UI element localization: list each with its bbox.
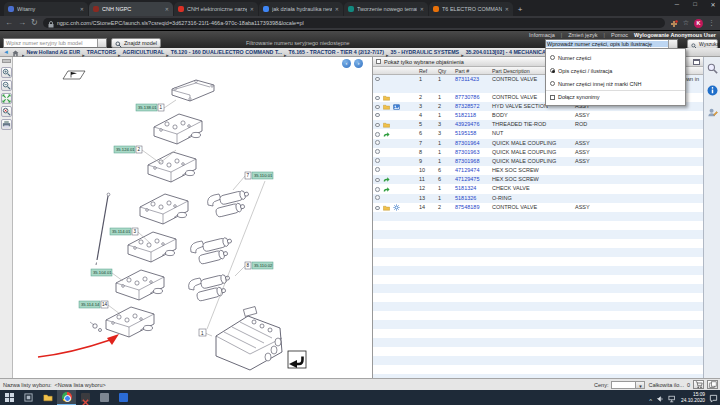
row-select-radio[interactable] [375,178,380,183]
table-row[interactable]: 1315181326O-RING [373,194,704,203]
task-view-button[interactable] [19,390,38,405]
start-button[interactable] [0,390,19,405]
link-informacja[interactable]: Informacja [529,32,555,38]
toolbar-handle[interactable] [2,59,11,63]
breadcrumb-item[interactable]: T6.165 - TRACTOR - TIER 4 (2/12-7/17) [288,49,384,55]
folder-icon[interactable] [383,205,390,212]
cart-button[interactable] [693,380,704,389]
back-icon[interactable] [5,18,13,28]
row-select-radio[interactable] [375,167,380,172]
table-row[interactable]: 10647129474HEX SOC SCREW [373,166,704,175]
arrow-icon[interactable] [383,186,390,194]
image-icon[interactable] [393,104,400,111]
next-figure-button[interactable] [354,59,363,68]
arrow-icon[interactable] [383,176,390,184]
tray-clock[interactable]: 15:0924.10.2020 [681,392,705,402]
price-combo-arrow-icon[interactable] [635,382,644,388]
volume-icon[interactable] [656,389,664,405]
gear-icon[interactable] [393,204,400,212]
chrome-taskbar-icon[interactable] [57,390,76,405]
folder-icon[interactable] [383,122,390,129]
minimize-icon[interactable] [672,1,682,8]
search-option[interactable]: Dołącz synonimy [546,90,685,103]
table-row[interactable]: 14287548189CONTROL VALVEASSY [373,203,704,213]
fit-to-screen-button[interactable] [1,93,12,104]
part-number-link[interactable]: 87311423 [455,76,479,82]
row-select-radio[interactable] [375,187,380,192]
print-button[interactable] [1,119,12,130]
expand-window-icon[interactable] [693,59,700,65]
row-select-radio[interactable] [375,123,380,128]
search-option[interactable]: Numer części innej niż marki CNH [546,77,685,90]
table-row[interactable]: 1215181324CHECK VALVE [373,184,704,194]
part-number-link[interactable]: 87301968 [455,158,479,164]
zoom-reset-button[interactable] [1,106,12,117]
parts-diagram[interactable]: 35.138.011 35.124.012 735.110.01 35.114.… [13,57,372,378]
breadcrumb-item[interactable]: TRACTORS [87,49,116,55]
zoom-in-button[interactable] [1,67,12,78]
notification-icon[interactable] [709,389,718,405]
address-bar[interactable]: ngpc.cnh.com/CStoneEPC/launch.sls?csreqi… [43,18,665,28]
close-icon[interactable] [708,1,718,8]
table-row[interactable]: 7187301964QUICK MALE COUPLINGASSY [373,139,704,148]
part-number-link[interactable]: 5181324 [455,185,476,191]
list-name-value[interactable]: <Nowa lista wyboru> [55,382,106,388]
row-select-radio[interactable] [375,113,380,118]
link-zmien-jezyk[interactable]: Zmień język [568,32,597,38]
feedback-user-icon[interactable] [707,104,718,122]
row-select-radio[interactable] [375,105,380,110]
fig-ref-label[interactable]: 35.138.01 [138,105,157,110]
profile-avatar[interactable]: K [694,19,703,28]
fig-ref-label[interactable]: 35.114.14 [81,302,100,307]
fig-ref-label[interactable]: 35.104.01 [93,270,112,275]
network-icon[interactable] [668,389,677,405]
arrow-icon[interactable] [383,131,390,139]
previous-figure-button[interactable] [342,59,351,68]
part-number-link[interactable]: 5181326 [455,195,476,201]
row-select-radio[interactable] [375,96,380,101]
browser-tab[interactable]: T6 ELECTRO COMMAND/ DYN✕ [429,2,513,16]
row-select-radio[interactable] [375,132,380,137]
table-row[interactable]: 415182118BODYASSY [373,111,704,120]
breadcrumb-back-icon[interactable] [3,49,9,55]
browser-menu-icon[interactable]: ⋮ [708,19,715,27]
breadcrumb-item[interactable]: AGRICULTURAL [123,49,165,55]
tray-chevron-icon[interactable] [649,389,652,405]
app-icon-2[interactable] [95,390,114,405]
reload-icon[interactable] [31,18,38,28]
table-row[interactable]: 8187301963QUICK MALE COUPLINGASSY [373,148,704,157]
app-icon-3[interactable] [114,390,133,405]
row-select-radio[interactable] [375,140,380,145]
part-number-link[interactable]: 87328572 [455,103,479,109]
file-explorer-icon[interactable] [38,390,57,405]
breadcrumb-item[interactable]: 35 - HYDRAULIC SYSTEMS [391,49,460,55]
folder-icon[interactable] [383,95,390,102]
radio-control[interactable] [550,68,555,73]
fig-ref-label[interactable]: 35.124.01 [116,147,135,152]
browser-tab[interactable]: jak działa hydraulika new hollan✕ [259,2,343,16]
tab-close-icon[interactable]: ✕ [335,6,339,12]
maximize-icon[interactable] [690,1,700,8]
fig-ref-label[interactable]: 35.110.02 [254,263,273,268]
radio-control[interactable] [550,81,555,86]
fig-ref-label[interactable]: 35.114.01 [112,229,131,234]
tab-close-icon[interactable]: ✕ [505,6,509,12]
part-number-link[interactable]: 47129474 [455,167,479,173]
app-icon-1[interactable] [76,390,95,405]
row-select-radio[interactable] [375,149,380,154]
forward-icon[interactable] [18,18,26,28]
part-number-link[interactable]: 5182118 [455,112,476,118]
table-row[interactable]: 9187301968QUICK MALE COUPLINGASSY [373,157,704,166]
part-number-link[interactable]: 87301964 [455,140,479,146]
part-number-link[interactable]: 5195158 [455,130,476,136]
table-row[interactable]: 5343929476THREADED TIE-RODROD [373,120,704,129]
checkbox-control[interactable] [550,95,555,100]
part-search-combo-arrow-icon[interactable] [668,40,677,48]
tab-close-icon[interactable]: ✕ [80,6,84,12]
tab-close-icon[interactable]: ✕ [420,6,424,12]
search-parts-icon[interactable] [707,60,718,78]
search-option[interactable]: Opis części / ilustracja [546,64,685,77]
part-number-link[interactable]: 47129475 [455,176,479,182]
price-select[interactable] [611,381,645,389]
part-number-link[interactable]: 87548189 [455,204,479,210]
